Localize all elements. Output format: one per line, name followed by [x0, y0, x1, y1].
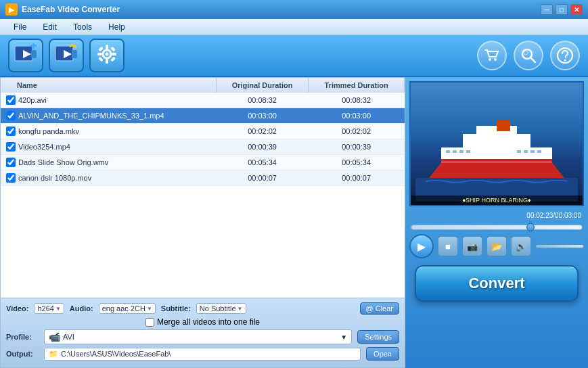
screenshot-button[interactable]: 📷	[462, 236, 482, 256]
maximize-button[interactable]: □	[556, 4, 568, 15]
video-select[interactable]: h264 ▼	[34, 303, 64, 314]
output-path-display: 📁 C:\Users\ASUS\Videos\EaseFab\	[44, 348, 361, 361]
svg-rect-14	[97, 53, 102, 55]
menu-help[interactable]: Help	[100, 21, 133, 33]
trimmed-duration: 00:08:32	[309, 93, 405, 108]
settings-button[interactable]	[89, 39, 125, 72]
svg-rect-37	[524, 150, 528, 153]
clear-button[interactable]: @ Clear	[360, 302, 399, 315]
add-video-icon	[14, 42, 38, 69]
volume-button[interactable]: 🔊	[511, 236, 531, 256]
svg-rect-16	[98, 47, 104, 52]
profile-select[interactable]: 📹 AVI ▼	[44, 329, 352, 344]
trimmed-duration: 00:05:34	[309, 155, 405, 170]
help-button[interactable]	[550, 41, 580, 70]
output-folder-icon: 📁	[49, 350, 58, 359]
file-name-2: kongfu panda.mkv	[18, 127, 79, 135]
svg-rect-17	[110, 47, 116, 52]
preview-panel: ♦SHIP HORN BLARING♦ 00:02:23/00:03:00 ▶ …	[405, 77, 588, 368]
close-button[interactable]: ✕	[570, 4, 583, 15]
file-checkbox-1[interactable]	[6, 111, 16, 120]
file-name-3: Video3254.mp4	[18, 143, 70, 151]
volume-icon: 🔊	[516, 242, 526, 252]
edit-video-icon	[54, 42, 78, 69]
output-label: Output:	[6, 350, 39, 358]
trimmed-duration: 00:02:02	[309, 124, 405, 139]
file-name-cell: canon dslr 1080p.mov	[1, 170, 216, 186]
video-preview: ♦SHIP HORN BLARING♦	[409, 81, 584, 206]
svg-point-21	[494, 58, 497, 61]
svg-point-20	[489, 58, 491, 61]
clear-at-icon: @	[366, 304, 374, 313]
original-duration: 00:08:32	[216, 93, 308, 108]
add-video-button[interactable]	[8, 39, 43, 72]
play-icon: ▶	[417, 240, 426, 253]
file-checkbox-0[interactable]	[6, 95, 16, 105]
merge-checkbox[interactable]	[145, 318, 154, 327]
svg-rect-35	[466, 150, 470, 153]
app-title: EaseFab Video Converter	[22, 5, 120, 14]
video-label: Video:	[6, 304, 28, 313]
menu-file[interactable]: File	[5, 21, 35, 33]
file-checkbox-4[interactable]	[6, 158, 16, 167]
col-name: Name	[1, 78, 216, 93]
seekbar[interactable]	[411, 225, 583, 230]
file-name-4: Dads Slide Show Orig.wmv	[18, 158, 108, 166]
file-name-cell: Dads Slide Show Orig.wmv	[1, 155, 216, 170]
audio-label: Audio:	[70, 304, 93, 313]
profile-format-icon: 📹	[49, 331, 60, 342]
svg-rect-19	[110, 57, 116, 62]
open-button[interactable]: Open	[366, 347, 399, 361]
menu-tools[interactable]: Tools	[65, 21, 100, 33]
table-row[interactable]: Video3254.mp4 00:00:3900:00:39	[1, 139, 405, 155]
volume-bar[interactable]	[535, 244, 584, 248]
file-name-cell: kongfu panda.mkv	[1, 124, 216, 139]
table-row[interactable]: canon dslr 1080p.mov 00:00:0700:00:07	[1, 170, 405, 186]
file-panel: Name Original Duration Trimmed Duration …	[0, 77, 405, 368]
svg-rect-12	[106, 45, 108, 49]
video-value: h264	[37, 304, 53, 313]
original-duration: 00:00:39	[216, 139, 308, 155]
file-checkbox-3[interactable]	[6, 142, 16, 152]
file-checkbox-5[interactable]	[6, 173, 16, 183]
table-row[interactable]: 420p.avi 00:08:3200:08:32	[1, 93, 405, 108]
audio-dropdown-arrow: ▼	[147, 306, 152, 312]
playback-controls: ▶ ■ 📷 📂 🔊	[409, 234, 584, 258]
camera-icon: 📷	[467, 242, 478, 252]
trimmed-duration: 00:00:39	[309, 139, 405, 155]
settings-button-bottom[interactable]: Settings	[357, 330, 399, 344]
cart-button[interactable]	[477, 41, 507, 70]
ship-image	[411, 117, 583, 205]
window-controls: ─ □ ✕	[541, 4, 583, 15]
edit-video-button[interactable]	[49, 39, 84, 72]
trimmed-duration: 00:03:00	[309, 108, 405, 124]
toolbar	[0, 35, 588, 77]
video-caption: ♦SHIP HORN BLARING♦	[411, 196, 583, 205]
clear-label: Clear	[376, 304, 393, 313]
subtitle-select[interactable]: No Subtitle ▼	[196, 303, 246, 314]
folder-icon: 📂	[491, 242, 502, 252]
stop-button[interactable]: ■	[438, 236, 458, 256]
svg-point-26	[564, 60, 566, 62]
folder-button[interactable]: 📂	[487, 236, 507, 256]
table-row[interactable]: kongfu panda.mkv 00:02:0200:02:02	[1, 124, 405, 139]
minimize-button[interactable]: ─	[541, 4, 553, 15]
file-name-0: 420p.avi	[18, 96, 47, 104]
audio-select[interactable]: eng aac 2CH ▼	[99, 303, 156, 314]
toolbar-right-buttons	[477, 41, 580, 70]
convert-button[interactable]: Convert	[415, 265, 579, 302]
search-button[interactable]	[514, 41, 543, 70]
file-checkbox-2[interactable]	[6, 127, 16, 136]
av-controls-row: Video: h264 ▼ Audio: eng aac 2CH ▼ Subti…	[6, 302, 399, 315]
table-row[interactable]: Dads Slide Show Orig.wmv 00:05:3400:05:3…	[1, 155, 405, 170]
original-duration: 00:02:02	[216, 124, 308, 139]
menu-edit[interactable]: Edit	[35, 21, 65, 33]
table-row[interactable]: ALVIN_AND_THE_CHIPMUNKS_33_1.mp4 00:03:0…	[1, 108, 405, 124]
play-button[interactable]: ▶	[409, 234, 434, 258]
original-duration: 00:00:07	[216, 170, 308, 186]
video-dropdown-arrow: ▼	[55, 306, 61, 312]
svg-rect-36	[517, 150, 521, 153]
seekbar-thumb[interactable]	[526, 223, 535, 231]
merge-row: Merge all videos into one file	[6, 317, 399, 327]
subtitle-label: Subtitle:	[161, 304, 191, 313]
